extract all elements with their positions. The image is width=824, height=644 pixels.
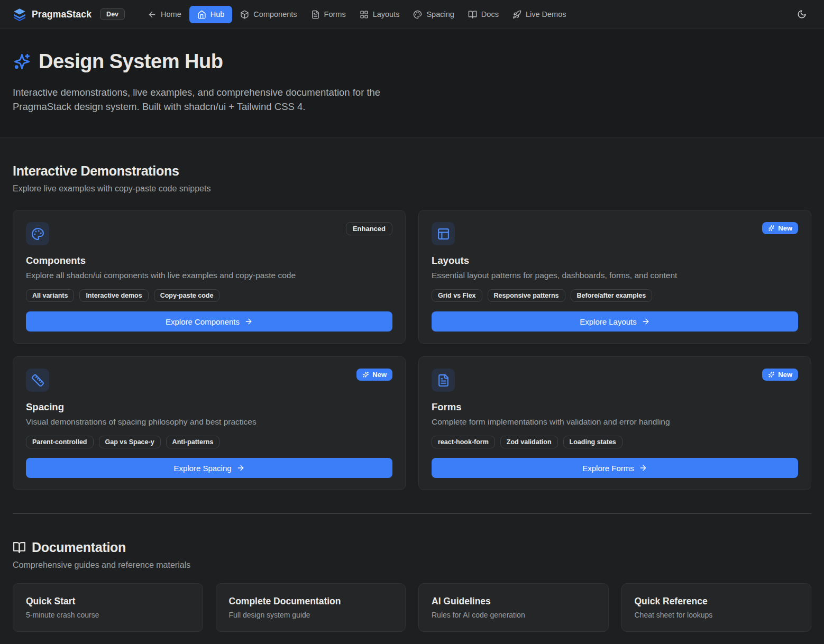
- doc-card-quick-start[interactable]: Quick Start 5-minute crash course: [13, 583, 203, 632]
- docs-heading-label: Documentation: [32, 539, 126, 555]
- palette-icon: [26, 222, 49, 245]
- doc-card-description: 5-minute crash course: [26, 610, 190, 620]
- demo-card-layouts: New Layouts Essential layout patterns fo…: [418, 210, 811, 344]
- main-content: Interactive Demonstrations Explore live …: [0, 163, 824, 642]
- nav-item-label: Home: [161, 10, 181, 19]
- button-label: Explore Forms: [582, 464, 634, 473]
- nav-item-label: Forms: [324, 10, 346, 19]
- arrow-right-icon: [639, 464, 647, 472]
- new-badge: New: [762, 369, 798, 381]
- button-label: Explore Spacing: [173, 464, 231, 473]
- doc-card-title: AI Guidelines: [432, 595, 596, 607]
- demos-heading: Interactive Demonstrations: [13, 163, 811, 179]
- card-description: Explore all shadcn/ui components with li…: [26, 270, 392, 281]
- card-title: Spacing: [26, 401, 392, 413]
- doc-card-description: Cheat sheet for lookups: [635, 610, 799, 620]
- book-open-icon: [468, 10, 477, 19]
- explore-components-button[interactable]: Explore Components: [26, 311, 392, 332]
- doc-card-ai-guidelines[interactable]: AI Guidelines Rules for AI code generati…: [418, 583, 609, 632]
- tag-badge: Before/after examples: [571, 289, 653, 302]
- tag-badge: Anti-patterns: [166, 436, 220, 448]
- house-icon: [197, 10, 206, 19]
- nav-item-label: Docs: [481, 10, 499, 19]
- moon-icon: [797, 10, 807, 19]
- nav-item-label: Spacing: [426, 10, 454, 19]
- sparkles-icon: [13, 52, 31, 71]
- button-label: Explore Layouts: [580, 317, 637, 326]
- book-open-icon: [13, 541, 26, 554]
- nav-item-live-demos[interactable]: Live Demos: [507, 6, 572, 23]
- doc-card-description: Rules for AI code generation: [432, 610, 596, 620]
- section-divider: [13, 513, 811, 514]
- tag-badge: Interactive demos: [79, 289, 148, 302]
- main-nav: Home Hub Components Forms Layouts Spacin…: [142, 6, 572, 23]
- layout-panel-icon: [432, 222, 455, 245]
- badge-label: New: [372, 371, 387, 379]
- sparkles-icon: [768, 225, 775, 232]
- brand-name: PragmaStack: [32, 9, 91, 20]
- tag-badge: Loading states: [563, 436, 622, 448]
- docs-subheading: Comprehensive guides and reference mater…: [13, 559, 811, 571]
- enhanced-badge: Enhanced: [346, 222, 392, 235]
- tag-badge: Copy-paste code: [154, 289, 220, 302]
- explore-layouts-button[interactable]: Explore Layouts: [432, 311, 798, 332]
- demo-card-grid: Enhanced Components Explore all shadcn/u…: [13, 210, 811, 490]
- hero-description: Interactive demonstrations, live example…: [13, 85, 407, 114]
- demo-card-components: Enhanced Components Explore all shadcn/u…: [13, 210, 406, 344]
- button-label: Explore Components: [166, 317, 240, 326]
- card-title: Forms: [432, 401, 798, 413]
- ruler-icon: [26, 369, 49, 392]
- demo-card-forms: New Forms Complete form implementations …: [418, 356, 811, 490]
- tag-badge: Responsive patterns: [488, 289, 565, 302]
- demo-card-spacing: New Spacing Visual demonstrations of spa…: [13, 356, 406, 490]
- nav-item-label: Layouts: [373, 10, 400, 19]
- env-badge: Dev: [100, 8, 125, 20]
- doc-card-description: Full design system guide: [229, 610, 393, 620]
- file-text-icon: [311, 10, 320, 19]
- layout-grid-icon: [360, 10, 369, 19]
- nav-item-spacing[interactable]: Spacing: [407, 6, 460, 23]
- badge-label: New: [778, 224, 792, 232]
- new-badge: New: [762, 222, 798, 234]
- nav-item-home[interactable]: Home: [142, 6, 187, 23]
- nav-item-hub[interactable]: Hub: [189, 6, 233, 23]
- nav-item-docs[interactable]: Docs: [462, 6, 505, 23]
- sparkles-icon: [768, 371, 775, 378]
- docs-heading: Documentation: [13, 539, 811, 555]
- nav-item-forms[interactable]: Forms: [305, 6, 352, 23]
- doc-card-title: Quick Start: [26, 595, 190, 607]
- palette-icon: [413, 10, 422, 19]
- file-text-icon: [432, 369, 455, 392]
- explore-spacing-button[interactable]: Explore Spacing: [26, 458, 392, 478]
- nav-item-layouts[interactable]: Layouts: [354, 6, 406, 23]
- arrow-right-icon: [244, 317, 253, 326]
- new-badge: New: [356, 369, 392, 381]
- doc-card-title: Quick Reference: [635, 595, 799, 607]
- page-title: Design System Hub: [39, 50, 223, 72]
- tag-badge: Gap vs Space-y: [99, 436, 161, 448]
- doc-card-complete-documentation[interactable]: Complete Documentation Full design syste…: [216, 583, 406, 632]
- box-icon: [240, 10, 249, 19]
- doc-card-quick-reference[interactable]: Quick Reference Cheat sheet for lookups: [621, 583, 812, 632]
- tag-badge: react-hook-form: [432, 436, 495, 448]
- nav-item-components[interactable]: Components: [234, 6, 303, 23]
- nav-item-label: Live Demos: [526, 10, 566, 19]
- explore-forms-button[interactable]: Explore Forms: [432, 458, 798, 478]
- badge-label: New: [778, 371, 792, 379]
- card-description: Visual demonstrations of spacing philoso…: [26, 417, 392, 427]
- arrow-right-icon: [642, 317, 650, 326]
- demos-subheading: Explore live examples with copy-paste co…: [13, 183, 811, 194]
- brand[interactable]: PragmaStack Dev: [13, 7, 125, 21]
- nav-item-label: Hub: [210, 10, 225, 19]
- top-navbar: PragmaStack Dev Home Hub Components Form…: [0, 0, 824, 29]
- tag-badge: Grid vs Flex: [432, 289, 482, 302]
- doc-card-title: Complete Documentation: [229, 595, 393, 607]
- card-description: Complete form implementations with valid…: [432, 417, 798, 427]
- arrow-right-icon: [236, 464, 245, 472]
- tag-badge: All variants: [26, 289, 74, 302]
- theme-toggle-button[interactable]: [792, 5, 811, 24]
- nav-item-label: Components: [253, 10, 297, 19]
- card-description: Essential layout patterns for pages, das…: [432, 270, 798, 281]
- arrow-left-icon: [148, 10, 157, 19]
- layers-icon: [13, 7, 26, 21]
